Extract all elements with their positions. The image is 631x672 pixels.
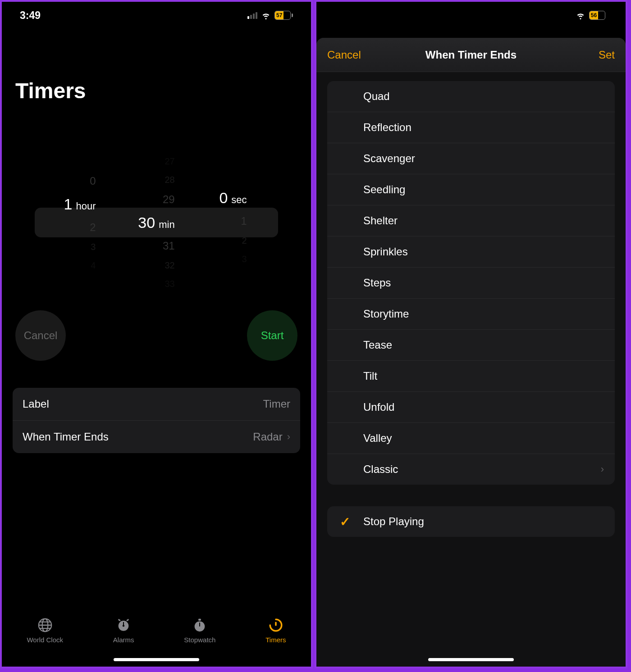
sound-option[interactable]: Shelter bbox=[327, 205, 615, 236]
svg-rect-4 bbox=[123, 622, 124, 626]
sound-option[interactable]: Scavenger bbox=[327, 143, 615, 174]
sound-picker-sheet: Cancel When Timer Ends Set QuadReflectio… bbox=[316, 38, 626, 667]
stop-playing-row[interactable]: ✓ Stop Playing bbox=[327, 506, 615, 537]
cancel-button[interactable]: Cancel bbox=[327, 49, 361, 61]
sheet-header: Cancel When Timer Ends Set bbox=[316, 38, 626, 72]
sound-option[interactable]: Quad bbox=[327, 81, 615, 112]
when-timer-ends-row[interactable]: When Timer Ends Radar › bbox=[13, 420, 300, 453]
cellular-icon bbox=[247, 12, 257, 19]
sound-option[interactable]: Unfold bbox=[327, 391, 615, 422]
svg-rect-7 bbox=[199, 622, 200, 627]
time-picker[interactable]: 0 1hour 2 3 4 27 28 29 30min 31 32 33 bbox=[2, 153, 311, 292]
svg-rect-6 bbox=[199, 619, 201, 621]
label-row-value: Timer bbox=[263, 398, 290, 410]
timers-screen: 3:49 57 Timers 0 1hour 2 bbox=[0, 0, 313, 668]
tab-world-clock[interactable]: World Clock bbox=[27, 617, 63, 644]
timer-icon bbox=[268, 617, 284, 633]
status-time: 3:49 bbox=[20, 9, 41, 22]
timer-settings-card: Label Timer When Timer Ends Radar › bbox=[13, 388, 300, 453]
minutes-picker[interactable]: 27 28 29 30min 31 32 33 bbox=[129, 156, 183, 289]
wifi-icon bbox=[576, 10, 585, 20]
stopwatch-icon bbox=[192, 617, 208, 633]
home-indicator[interactable] bbox=[428, 658, 514, 661]
cancel-button[interactable]: Cancel bbox=[15, 310, 66, 361]
hours-picker[interactable]: 0 1hour 2 3 4 bbox=[53, 175, 107, 271]
status-bar: 3:49 57 bbox=[2, 2, 311, 29]
chevron-right-icon: › bbox=[287, 431, 290, 443]
page-title: Timers bbox=[2, 29, 311, 117]
checkmark-icon: ✓ bbox=[340, 514, 350, 529]
sound-option[interactable]: Valley bbox=[327, 422, 615, 454]
battery-icon: 56 bbox=[589, 11, 608, 20]
tab-alarms[interactable]: Alarms bbox=[113, 617, 134, 644]
label-row-title: Label bbox=[23, 398, 49, 410]
sound-option[interactable]: Steps bbox=[327, 267, 615, 298]
seconds-picker[interactable]: 0sec 1 2 3 bbox=[206, 181, 260, 264]
when-timer-ends-screen: 3:49 56 Cancel When Timer Ends bbox=[315, 0, 627, 668]
chevron-right-icon: › bbox=[601, 463, 604, 475]
globe-icon bbox=[37, 617, 53, 633]
ends-row-value: Radar bbox=[253, 431, 282, 443]
sheet-title: When Timer Ends bbox=[316, 49, 626, 61]
sound-option[interactable]: Classic› bbox=[327, 454, 615, 485]
sound-option[interactable]: Reflection bbox=[327, 112, 615, 143]
stop-playing-section: ✓ Stop Playing bbox=[327, 506, 615, 537]
label-row[interactable]: Label Timer bbox=[13, 388, 300, 420]
set-button[interactable]: Set bbox=[599, 49, 615, 61]
tab-stopwatch[interactable]: Stopwatch bbox=[184, 617, 215, 644]
home-indicator[interactable] bbox=[114, 658, 199, 661]
start-button[interactable]: Start bbox=[247, 310, 297, 361]
sound-option[interactable]: Storytime bbox=[327, 298, 615, 329]
sound-option[interactable]: Tease bbox=[327, 329, 615, 360]
battery-icon: 57 bbox=[274, 11, 293, 20]
ends-row-title: When Timer Ends bbox=[23, 431, 109, 443]
sound-list[interactable]: QuadReflectionScavengerSeedlingShelterSp… bbox=[327, 81, 615, 485]
sound-option[interactable]: Seedling bbox=[327, 174, 615, 205]
sound-option[interactable]: Sprinkles bbox=[327, 236, 615, 267]
sound-option[interactable]: Tilt bbox=[327, 360, 615, 391]
wifi-icon bbox=[261, 10, 271, 20]
alarm-icon bbox=[115, 617, 132, 633]
tab-timers[interactable]: Timers bbox=[265, 617, 286, 644]
